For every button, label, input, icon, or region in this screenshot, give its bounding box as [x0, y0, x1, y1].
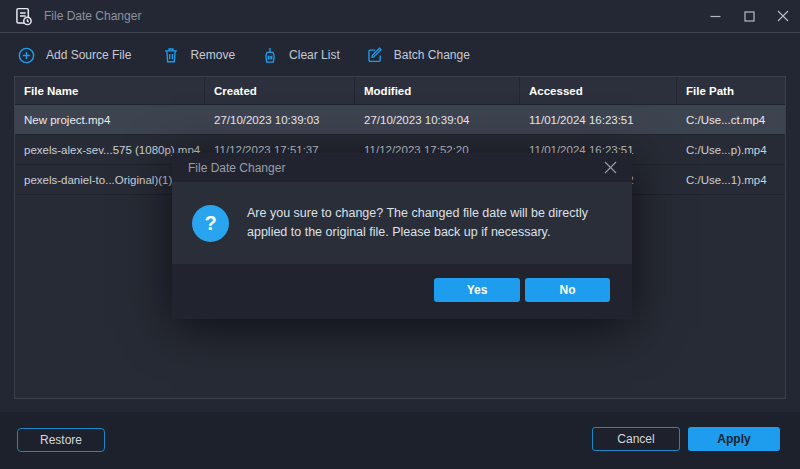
column-header-file-path: File Path [677, 77, 783, 104]
add-source-file-button[interactable]: Add Source File [17, 46, 131, 65]
maximize-button[interactable] [732, 0, 766, 32]
restore-button[interactable]: Restore [17, 428, 105, 452]
remove-button[interactable]: Remove [162, 46, 235, 64]
column-header-accessed: Accessed [520, 77, 677, 104]
table-header-row: File Name Created Modified Accessed File… [15, 77, 785, 105]
window-controls [698, 0, 800, 32]
dialog-title: File Date Changer [188, 161, 285, 175]
batch-change-button[interactable]: Batch Change [366, 46, 470, 64]
remove-label: Remove [190, 48, 235, 62]
window-title: File Date Changer [44, 9, 141, 23]
app-document-clock-icon [13, 6, 34, 27]
cell-modified: 27/10/2023 10:39:04 [355, 114, 520, 126]
dialog-header: File Date Changer [172, 153, 632, 182]
broom-icon [261, 46, 279, 64]
cell-file-path: C:/Use...1).mp4 [677, 174, 783, 186]
titlebar: File Date Changer [0, 0, 800, 33]
close-button[interactable] [766, 0, 800, 32]
cell-created: 27/10/2023 10:39:03 [205, 114, 355, 126]
dialog-body: ? Are you sure to change? The changed fi… [172, 182, 632, 264]
cell-accessed: 11/01/2024 16:23:51 [520, 114, 677, 126]
dialog-close-button[interactable] [601, 159, 619, 177]
confirm-dialog: File Date Changer ? Are you sure to chan… [172, 153, 632, 319]
yes-button[interactable]: Yes [434, 278, 520, 302]
dialog-message: Are you sure to change? The changed file… [247, 204, 612, 243]
table-row[interactable]: New project.mp4 27/10/2023 10:39:03 27/1… [15, 105, 785, 135]
minimize-button[interactable] [698, 0, 732, 32]
column-header-modified: Modified [355, 77, 520, 104]
apply-button[interactable]: Apply [688, 427, 780, 451]
clear-list-label: Clear List [289, 48, 340, 62]
no-button[interactable]: No [525, 278, 610, 302]
add-circle-icon [17, 46, 36, 65]
column-header-file-name: File Name [15, 77, 205, 104]
clear-list-button[interactable]: Clear List [261, 46, 340, 64]
cancel-button[interactable]: Cancel [592, 427, 680, 451]
cell-file-path: C:/Use...p).mp4 [677, 144, 783, 156]
toolbar: Add Source File Remove Clear List B [0, 34, 800, 76]
add-source-file-label: Add Source File [46, 48, 131, 62]
bottom-bar: Restore Cancel Apply [0, 412, 800, 469]
trash-icon [162, 46, 180, 64]
cell-file-path: C:/Use...ct.mp4 [677, 114, 783, 126]
column-header-created: Created [205, 77, 355, 104]
question-icon: ? [192, 205, 229, 242]
cell-file-name: New project.mp4 [15, 114, 205, 126]
batch-change-label: Batch Change [394, 48, 470, 62]
edit-square-icon [366, 46, 384, 64]
